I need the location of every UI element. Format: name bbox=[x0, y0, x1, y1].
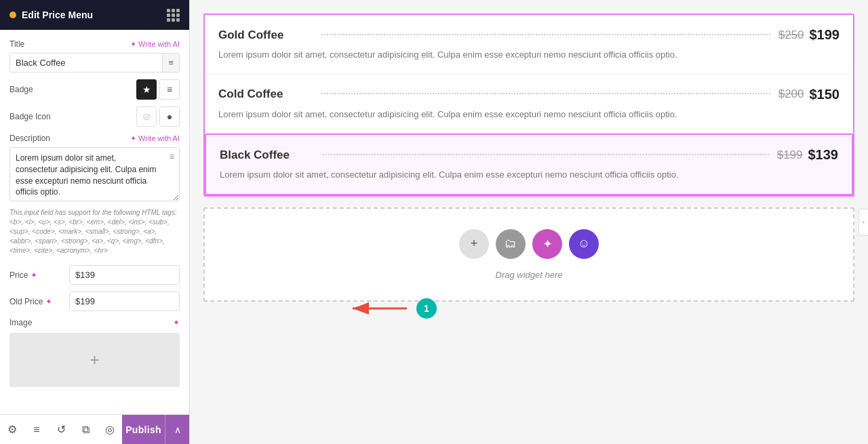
old-price-label-area: Old Price ✦ bbox=[9, 297, 64, 306]
black-description: Lorem ipsum dolor sit amet, consectetur … bbox=[220, 168, 838, 182]
ai-sparkle-icon: ✦ bbox=[130, 40, 136, 49]
old-price-sparkle-icon: ✦ bbox=[45, 297, 52, 306]
description-textarea-wrapper: Lorem ipsum dolor sit amet, consectetur … bbox=[9, 147, 180, 204]
description-write-ai[interactable]: ✦ Write with AI bbox=[130, 134, 180, 143]
grid-menu-icon[interactable] bbox=[167, 9, 180, 22]
desc-ai-icon: ✦ bbox=[130, 134, 136, 143]
price-field-row: Price ✦ ≡ bbox=[9, 265, 180, 285]
badge-label: Badge bbox=[9, 85, 33, 94]
black-coffee-header: Black Coffee $199 $139 bbox=[220, 147, 838, 163]
cold-description: Lorem ipsum dolor sit amet, consectetur … bbox=[218, 108, 840, 121]
black-coffee-name: Black Coffee bbox=[220, 148, 315, 162]
price-item-gold: Gold Coffee $250 $199 Lorem ipsum dolor … bbox=[205, 15, 853, 75]
price-input-group: ≡ bbox=[69, 265, 180, 285]
badge-star-btn[interactable]: ★ bbox=[136, 79, 157, 100]
old-price-field-row: Old Price ✦ ≡ bbox=[9, 291, 180, 311]
title-label: Title bbox=[9, 39, 24, 49]
bottom-toolbar: ⚙ ≡ ↺ ⧉ ◎ Publish ∧ bbox=[0, 414, 189, 444]
price-sparkle-icon: ✦ bbox=[31, 270, 37, 280]
gold-dotted-line bbox=[321, 34, 770, 35]
price-item-black: Black Coffee $199 $139 Lorem ipsum dolor… bbox=[205, 134, 853, 195]
image-add-icon: + bbox=[90, 350, 99, 369]
title-input[interactable] bbox=[10, 54, 162, 72]
image-section-label: Image ✦ bbox=[9, 318, 180, 327]
right-content: Gold Coffee $250 $199 Lorem ipsum dolor … bbox=[190, 0, 868, 444]
toolbar-view-btn[interactable]: ◎ bbox=[98, 423, 122, 436]
badge-icon-circle-btn[interactable]: ● bbox=[159, 106, 180, 127]
badge-btn-group: ★ ≡ bbox=[136, 79, 180, 100]
panel-header-left: Edit Price Menu bbox=[9, 9, 93, 20]
arrow-1-svg bbox=[346, 298, 414, 319]
widget-add-btn[interactable]: + bbox=[459, 229, 489, 259]
gold-description: Lorem ipsum dolor sit amet, consectetur … bbox=[218, 48, 840, 62]
expand-button[interactable]: ∧ bbox=[165, 415, 189, 444]
title-write-ai[interactable]: ✦ Write with AI bbox=[130, 40, 180, 49]
html-hint: This input field has support for the fol… bbox=[9, 208, 180, 256]
old-price-label: Old Price bbox=[9, 297, 43, 306]
gold-coffee-name: Gold Coffee bbox=[218, 28, 313, 42]
cold-dotted-line bbox=[321, 93, 770, 94]
traffic-light-icon bbox=[9, 12, 16, 18]
cold-coffee-header: Cold Coffee $200 $150 bbox=[218, 87, 840, 102]
widget-folder-btn[interactable]: 🗂 bbox=[496, 229, 526, 259]
description-field-row: Description ✦ Write with AI bbox=[9, 134, 180, 143]
publish-button[interactable]: Publish bbox=[122, 415, 165, 444]
widget-buttons: + 🗂 ✦ ☺ bbox=[459, 229, 599, 259]
drag-text: Drag widget here bbox=[496, 270, 563, 280]
black-old-price: $199 bbox=[777, 148, 803, 162]
badge-icon-label: Badge Icon bbox=[9, 112, 51, 121]
price-input[interactable] bbox=[70, 266, 180, 284]
badge-row: Badge ★ ≡ bbox=[9, 79, 180, 100]
toolbar-settings-btn[interactable]: ⚙ bbox=[0, 423, 24, 436]
collapse-handle[interactable]: ‹ bbox=[859, 209, 868, 236]
toolbar-copy-btn[interactable]: ⧉ bbox=[73, 424, 98, 436]
image-placeholder[interactable]: + bbox=[9, 333, 180, 387]
black-dotted-line bbox=[323, 154, 769, 155]
image-label: Image bbox=[9, 318, 32, 327]
annotation-badge-1: 1 bbox=[416, 298, 437, 319]
badge-icon-btn-group: ⊘ ● bbox=[136, 106, 180, 127]
image-sparkle-icon: ✦ bbox=[173, 318, 180, 327]
price-menu-container: Gold Coffee $250 $199 Lorem ipsum dolor … bbox=[203, 14, 854, 197]
cold-coffee-name: Cold Coffee bbox=[218, 87, 313, 101]
black-price-display: $199 $139 bbox=[777, 147, 838, 163]
description-label: Description bbox=[9, 134, 50, 143]
description-textarea[interactable]: Lorem ipsum dolor sit amet, consectetur … bbox=[9, 147, 180, 201]
black-new-price: $139 bbox=[808, 147, 839, 163]
gold-old-price: $250 bbox=[778, 28, 804, 42]
widget-ai-btn[interactable]: ✦ bbox=[532, 229, 562, 259]
title-input-icon-btn[interactable]: ≡ bbox=[162, 54, 179, 72]
left-panel: Edit Price Menu Title ✦ Write with AI ≡ … bbox=[0, 0, 190, 444]
title-field-row: Title ✦ Write with AI bbox=[9, 39, 180, 49]
textarea-icon: ≡ bbox=[170, 152, 174, 161]
gold-coffee-header: Gold Coffee $250 $199 bbox=[218, 27, 840, 43]
gold-new-price: $199 bbox=[810, 27, 840, 43]
price-label: Price bbox=[9, 270, 28, 280]
old-price-input[interactable] bbox=[70, 292, 180, 310]
gold-price-display: $250 $199 bbox=[778, 27, 840, 43]
panel-title: Edit Price Menu bbox=[22, 9, 93, 20]
cold-old-price: $200 bbox=[778, 87, 804, 101]
toolbar-icons: ⚙ ≡ ↺ ⧉ ◎ bbox=[0, 415, 122, 444]
arrow-annotation-1: 1 bbox=[346, 298, 437, 319]
content-area: Gold Coffee $250 $199 Lorem ipsum dolor … bbox=[190, 0, 868, 444]
widget-smiley-btn[interactable]: ☺ bbox=[569, 229, 599, 259]
badge-list-btn[interactable]: ≡ bbox=[159, 79, 180, 100]
toolbar-history-btn[interactable]: ↺ bbox=[49, 423, 73, 436]
badge-icon-row: Badge Icon ⊘ ● bbox=[9, 106, 180, 127]
old-price-input-group: ≡ bbox=[69, 291, 180, 311]
badge-icon-disabled-btn[interactable]: ⊘ bbox=[136, 106, 157, 127]
price-label-area: Price ✦ bbox=[9, 270, 64, 280]
cold-price-display: $200 $150 bbox=[778, 87, 840, 102]
toolbar-layers-btn[interactable]: ≡ bbox=[24, 424, 49, 436]
title-input-group: ≡ bbox=[9, 53, 180, 73]
drag-widget-area: + 🗂 ✦ ☺ Drag widget here bbox=[203, 207, 854, 302]
price-item-cold: Cold Coffee $200 $150 Lorem ipsum dolor … bbox=[205, 75, 853, 134]
panel-content: Title ✦ Write with AI ≡ Badge ★ ≡ Badge … bbox=[0, 30, 189, 414]
panel-header: Edit Price Menu bbox=[0, 0, 189, 30]
cold-new-price: $150 bbox=[810, 87, 840, 102]
